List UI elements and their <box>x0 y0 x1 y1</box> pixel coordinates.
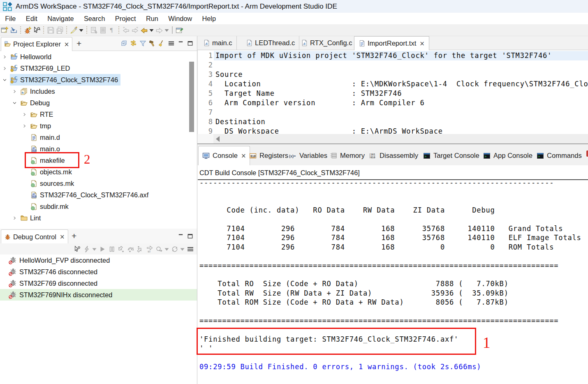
expand-chevron-icon[interactable] <box>22 124 27 128</box>
menu-item[interactable]: Search <box>79 13 110 24</box>
continue-icon[interactable] <box>97 245 107 254</box>
separator[interactable] <box>18 25 23 35</box>
back-annotation-icon[interactable] <box>121 25 130 35</box>
highlighter-icon[interactable] <box>69 25 78 35</box>
view-menu-icon[interactable] <box>167 39 176 48</box>
menu-item[interactable]: Run <box>141 13 163 24</box>
close-icon[interactable]: × <box>60 233 65 241</box>
debug-connection-item[interactable]: STM32F746 disconnected <box>0 266 197 278</box>
forward-dropdown-icon[interactable] <box>164 25 170 35</box>
tree-item[interactable]: Helloworld <box>0 51 197 62</box>
tree-item[interactable]: sources.mk <box>0 178 197 189</box>
collapse-all-icon[interactable] <box>120 39 128 48</box>
console-tab[interactable]: Commands <box>533 146 586 165</box>
link-with-editor-icon[interactable] <box>129 39 138 48</box>
forward-annotation-icon[interactable] <box>130 25 139 35</box>
expand-chevron-icon[interactable] <box>22 204 27 209</box>
tab-debug-control[interactable]: Debug Control × <box>1 229 68 244</box>
editor-horizontal-scrollbar[interactable] <box>197 134 588 144</box>
clean-icon[interactable] <box>157 39 166 48</box>
tree-item[interactable]: STM32F746_Clock_STM32F746 <box>0 74 197 86</box>
expand-chevron-icon[interactable] <box>2 78 7 82</box>
menu-item[interactable]: Navigate <box>42 13 79 24</box>
minimize-icon[interactable] <box>176 232 185 240</box>
close-icon[interactable]: × <box>64 41 69 48</box>
expand-chevron-icon[interactable] <box>22 170 27 174</box>
expand-chevron-icon[interactable] <box>12 216 17 220</box>
new-view-button[interactable]: + <box>72 231 76 241</box>
menu-item[interactable]: Window <box>163 13 197 24</box>
expand-chevron-icon[interactable] <box>22 112 27 117</box>
separator[interactable] <box>170 25 175 35</box>
select-target-icon[interactable] <box>32 25 41 35</box>
breakpoints-dropdown-icon[interactable] <box>164 245 170 254</box>
breakpoints-icon[interactable] <box>154 245 164 254</box>
console-tab[interactable]: Variables <box>285 146 331 165</box>
editor-content[interactable]: 1 Import of MDK uVision project 'STM32F7… <box>197 50 588 134</box>
view-menu-icon[interactable] <box>185 245 195 254</box>
refresh-icon[interactable] <box>170 245 179 254</box>
pause-icon[interactable] <box>107 245 116 254</box>
tree-item[interactable]: STM32F746_Clock_STM32F746.axf <box>0 189 197 201</box>
tree-item[interactable]: tmp <box>0 120 197 132</box>
debug-connection-item[interactable]: HelloWorld_FVP disconnected <box>0 254 197 266</box>
console-tab[interactable]: Console × <box>198 146 250 165</box>
editor-tab[interactable]: main.c <box>199 36 237 50</box>
console-tab[interactable]: Disassembly <box>366 146 422 165</box>
step-return-icon[interactable] <box>135 245 145 254</box>
editor-tab[interactable]: RTX_Config.c <box>297 36 357 50</box>
save-icon[interactable] <box>46 25 55 35</box>
step-over-icon[interactable] <box>126 245 135 254</box>
separator[interactable] <box>84 25 89 35</box>
debug-connection-item[interactable]: STM32F769 disconnected <box>0 278 197 289</box>
debug-connection-item[interactable]: STM32F769NIHx disconnected <box>0 289 197 301</box>
connect-icon[interactable] <box>82 245 91 254</box>
expand-chevron-icon[interactable] <box>22 193 27 197</box>
expand-chevron-icon[interactable] <box>2 55 7 59</box>
expand-chevron-icon[interactable] <box>22 147 27 151</box>
back-icon[interactable] <box>139 25 148 35</box>
menu-item[interactable]: File <box>0 13 21 24</box>
import-icon[interactable] <box>9 25 18 35</box>
menu-item[interactable]: Edit <box>21 13 42 24</box>
new-debug-connection-icon[interactable] <box>23 25 32 35</box>
expand-chevron-icon[interactable] <box>12 101 17 105</box>
expand-chevron-icon[interactable] <box>12 89 17 94</box>
tree-item[interactable]: Debug <box>0 97 197 109</box>
project-explorer-scrollbar[interactable] <box>189 62 194 132</box>
save-all-icon[interactable] <box>55 25 64 35</box>
menu-item[interactable]: Help <box>197 13 221 24</box>
open-element-icon[interactable] <box>98 25 107 35</box>
minimize-icon[interactable] <box>176 39 185 48</box>
pin-editor-icon[interactable] <box>175 25 184 35</box>
console-tab[interactable]: App Console <box>479 146 536 165</box>
forward-icon[interactable] <box>155 25 164 35</box>
scroll-left-arrow-icon[interactable] <box>216 136 220 142</box>
maximize-icon[interactable] <box>186 232 194 240</box>
refresh-dropdown-icon[interactable] <box>179 245 185 254</box>
separator[interactable] <box>41 25 46 35</box>
expand-chevron-icon[interactable] <box>22 135 27 140</box>
step-instruction-icon[interactable] <box>145 245 154 254</box>
tree-item[interactable]: subdir.mk <box>0 201 197 212</box>
tree-item[interactable]: Lint <box>0 212 197 224</box>
maximize-icon[interactable] <box>186 39 194 48</box>
separator[interactable] <box>64 25 69 35</box>
close-icon[interactable]: × <box>419 40 425 47</box>
build-icon[interactable] <box>148 39 157 48</box>
tab-project-explorer[interactable]: Project Explorer × <box>1 37 72 51</box>
editor-tab[interactable]: ImportReport.txt × <box>354 36 429 50</box>
back-dropdown-icon[interactable] <box>148 25 155 35</box>
dropdown-icon[interactable] <box>78 25 84 35</box>
new-view-button[interactable]: + <box>76 39 81 49</box>
expand-chevron-icon[interactable] <box>2 66 7 71</box>
editor-tab[interactable]: LEDThread.c <box>242 36 299 50</box>
build-doc-icon[interactable] <box>89 25 98 35</box>
tree-item[interactable]: Includes <box>0 86 197 97</box>
expand-chevron-icon[interactable] <box>22 181 27 186</box>
separator[interactable] <box>116 25 121 35</box>
tree-item[interactable]: RTE <box>0 109 197 120</box>
menu-item[interactable]: Project <box>110 13 141 24</box>
connect-target-icon[interactable] <box>72 245 82 254</box>
new-wizard-icon[interactable] <box>0 25 9 35</box>
